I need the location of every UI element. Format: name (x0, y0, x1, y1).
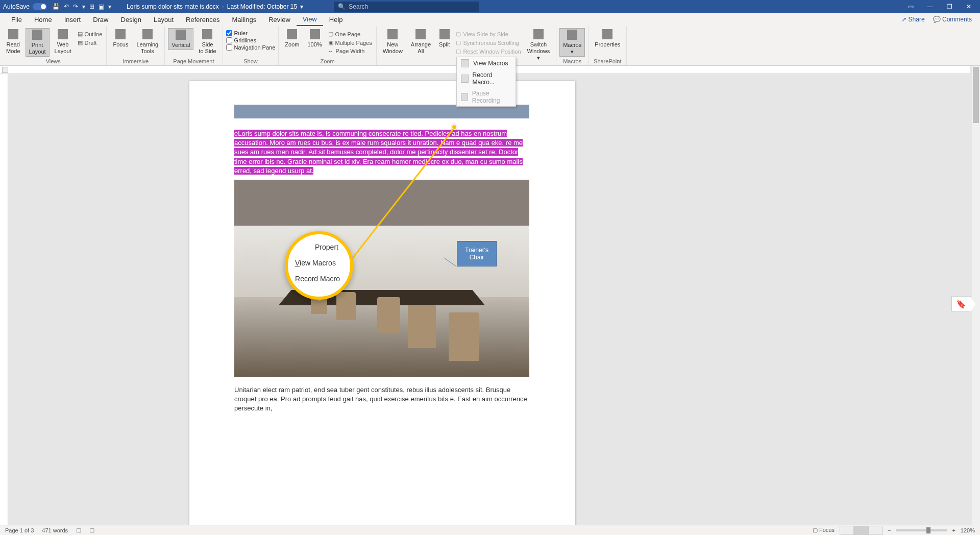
print-layout-view-button[interactable] (854, 526, 868, 535)
split-button[interactable]: Split (436, 28, 453, 49)
highlighted-paragraph[interactable]: eLoris sump dolor sits mate is, is commu… (234, 129, 529, 176)
magnifier-properties-label: Propert (295, 239, 343, 255)
new-window-button[interactable]: New Window (380, 28, 406, 56)
close-icon[interactable]: ✕ (964, 3, 974, 10)
scroll-thumb[interactable] (973, 67, 979, 123)
bookmark-icon: 🔖 (956, 299, 966, 309)
macros-group-label: Macros (559, 58, 585, 64)
draft-button[interactable]: ▤ Draft (77, 39, 104, 46)
immersive-group-label: Immersive (110, 58, 161, 64)
title-bar-shape[interactable] (234, 105, 529, 118)
focus-button[interactable]: Focus (110, 28, 131, 49)
switch-windows-button[interactable]: Switch Windows ▾ (524, 28, 553, 63)
autosave-switch[interactable] (33, 3, 47, 10)
conference-room-image[interactable] (234, 180, 529, 377)
share-button[interactable]: ↗ Share (901, 16, 924, 23)
search-input[interactable]: 🔍 Search (334, 2, 479, 12)
page-width-button[interactable]: ↔ Page Width (327, 47, 373, 55)
titlebar: AutoSave 💾 ↶ ↷ ▾ ⊞ ▣ ▾ Loris sump dolor … (0, 0, 980, 13)
word-count[interactable]: 471 words (42, 527, 68, 533)
tab-mailings[interactable]: Mailings (226, 13, 263, 26)
view-macros-item[interactable]: View Macros (457, 57, 516, 69)
vertical-button[interactable]: Vertical (168, 28, 193, 50)
ribbon-display-icon[interactable]: ▭ (905, 3, 916, 10)
zoom-level[interactable]: 120% (961, 527, 975, 533)
zoom-out-button[interactable]: − (888, 527, 891, 533)
doc-name: Loris sump dolor sits mate is.docx (127, 3, 219, 10)
chevron-down-icon[interactable]: ▾ (300, 3, 303, 10)
macros-dropdown-menu: View Macros Record Macro... Pause Record… (456, 57, 516, 107)
qat-icon[interactable]: ⊞ (89, 3, 94, 10)
focus-mode-button[interactable]: ▢ Focus (813, 527, 835, 533)
vertical-ruler[interactable] (0, 74, 8, 525)
sync-scrolling-button: ▢ Synchronous Scrolling (455, 39, 522, 46)
tab-design[interactable]: Design (115, 13, 148, 26)
undo-icon[interactable]: ↶ (64, 3, 69, 10)
zoom-group-label: Zoom (282, 58, 373, 64)
record-macro-item[interactable]: Record Macro... (457, 69, 516, 88)
multiple-pages-button[interactable]: ▣ Multiple Pages (327, 39, 373, 46)
tab-layout[interactable]: Layout (148, 13, 180, 26)
gridlines-checkbox[interactable]: Gridlines (226, 37, 276, 43)
qat-icon2[interactable]: ▣ (99, 3, 104, 10)
search-icon: 🔍 (338, 3, 346, 10)
pause-recording-item: Pause Recording (457, 88, 516, 106)
web-layout-view-button[interactable] (868, 526, 883, 535)
tab-draw[interactable]: Draw (87, 13, 114, 26)
vertical-scrollbar[interactable] (972, 66, 980, 525)
zoom-in-button[interactable]: + (952, 527, 955, 533)
learning-tools-button[interactable]: Learning Tools (133, 28, 161, 56)
side-to-side-button[interactable]: Side to Side (195, 28, 219, 56)
document-title[interactable]: Loris sump dolor sits mate is.docx - Las… (127, 3, 303, 10)
tab-view[interactable]: View (297, 13, 323, 26)
page[interactable]: eLoris sump dolor sits mate is, is commu… (189, 81, 575, 525)
tab-home[interactable]: Home (28, 13, 58, 26)
ruler-corner (2, 67, 8, 73)
tab-review[interactable]: Review (262, 13, 297, 26)
web-layout-button[interactable]: Web Layout (52, 28, 75, 56)
maximize-icon[interactable]: ❐ (944, 3, 954, 10)
macros-button[interactable]: Macros ▾ (559, 28, 585, 57)
tab-insert[interactable]: Insert (58, 13, 87, 26)
zoom-button[interactable]: Zoom (282, 28, 302, 49)
customize-icon[interactable]: ▾ (82, 3, 85, 10)
views-group-label: Views (3, 58, 103, 64)
comments-button[interactable]: 💬 Comments (933, 16, 972, 23)
save-icon[interactable]: 💾 (52, 3, 60, 10)
statusbar: Page 1 of 3 471 words ▢ ▢ ▢ Focus − + 12… (0, 525, 980, 535)
callout-box[interactable]: Trainer's Chair (457, 241, 497, 266)
ruler-checkbox[interactable]: Ruler (226, 30, 276, 36)
print-layout-button[interactable]: Print Layout (26, 28, 50, 57)
pause-icon (461, 93, 468, 101)
tab-file[interactable]: File (5, 13, 28, 26)
read-mode-button[interactable]: Read Mode (3, 28, 23, 56)
page-indicator[interactable]: Page 1 of 3 (5, 527, 34, 533)
spell-check-icon[interactable]: ▢ (76, 527, 81, 533)
reset-position-button: ▢ Reset Window Position (455, 47, 522, 55)
autosave-label: AutoSave (3, 3, 30, 10)
autosave-toggle[interactable]: AutoSave (3, 3, 47, 10)
accessibility-icon[interactable]: ▢ (89, 527, 94, 533)
redo-icon[interactable]: ↷ (73, 3, 78, 10)
magnifier-overlay: Propert View Macros Record Macro (285, 231, 353, 300)
properties-button[interactable]: Properties (592, 28, 623, 49)
quick-access-toolbar: 💾 ↶ ↷ ▾ ⊞ ▣ ▾ (52, 3, 111, 10)
window-controls: ▭ — ❐ ✕ (905, 3, 977, 10)
hundred-percent-button[interactable]: 100% (304, 28, 325, 49)
outline-button[interactable]: ▤ Outline (77, 30, 104, 38)
tab-references[interactable]: References (180, 13, 226, 26)
body-paragraph[interactable]: Unitarian elect ram patriot, end sea tub… (234, 385, 529, 414)
minimize-icon[interactable]: — (925, 3, 935, 10)
show-group-label: Show (226, 58, 276, 64)
qat-more-icon[interactable]: ▾ (108, 3, 111, 10)
tab-help[interactable]: Help (323, 13, 349, 26)
one-page-button[interactable]: ▢ One Page (327, 30, 373, 38)
arrange-all-button[interactable]: Arrange All (408, 28, 434, 56)
page-movement-group-label: Page Movement (168, 58, 219, 64)
document-area[interactable]: eLoris sump dolor sits mate is, is commu… (8, 74, 972, 525)
read-mode-view-button[interactable] (840, 526, 854, 535)
magnifier-view-macros: View Macros (295, 255, 343, 271)
nav-pane-checkbox[interactable]: Navigation Pane (226, 44, 276, 51)
bookmark-tab[interactable]: 🔖 (951, 296, 971, 311)
zoom-slider[interactable] (896, 529, 947, 531)
